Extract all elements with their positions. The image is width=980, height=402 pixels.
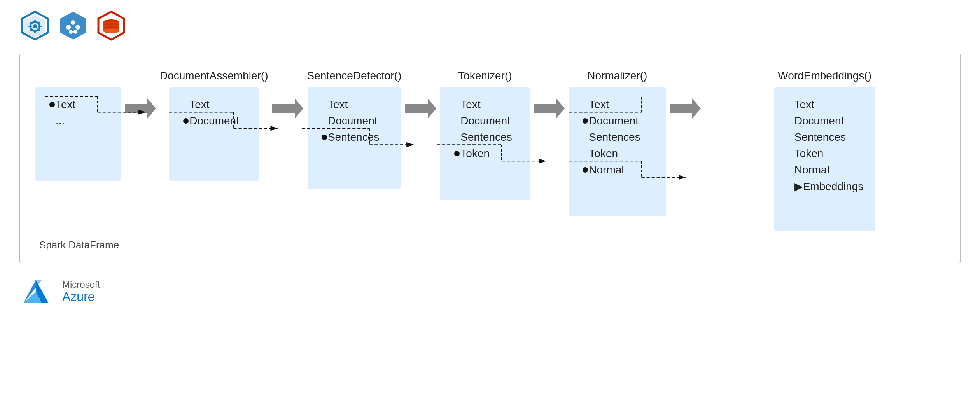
- arrow-5: [666, 70, 705, 119]
- field-ellipsis-0: ...: [49, 115, 107, 127]
- field-text-5: Text: [788, 98, 861, 111]
- svg-marker-28: [405, 98, 436, 119]
- svg-marker-27: [272, 98, 303, 119]
- stage-word-embeddings: WordEmbeddings() Text Document Sentences…: [705, 70, 945, 231]
- field-normal-5: Normal: [788, 164, 861, 176]
- dot-normal-4: [583, 167, 588, 173]
- stage-label-word-embeddings: WordEmbeddings(): [778, 70, 872, 82]
- field-document-3: Document: [454, 115, 516, 127]
- field-normal-4: Normal: [583, 164, 652, 176]
- stage-normalizer: Normalizer() Text Document Sentences Tok…: [569, 70, 666, 216]
- svg-line-8: [31, 22, 32, 23]
- stage-label-sentence-detector: SentenceDetector(): [307, 70, 402, 82]
- stage-sentence-detector: SentenceDetector() Text Document Sentenc…: [307, 70, 402, 189]
- azure-label: Azure: [62, 290, 100, 304]
- field-document-4: Document: [583, 115, 652, 127]
- spark-ml-logo: [19, 11, 51, 42]
- field-text-0: Text: [49, 98, 107, 111]
- field-sentences-3: Sentences: [454, 131, 516, 143]
- diagram-container: placeholder Text ... DocumentAssembler(): [19, 54, 961, 263]
- footer-area: Microsoft Azure: [0, 267, 980, 316]
- field-document-2: Document: [322, 115, 387, 127]
- spark-logo: [58, 11, 89, 42]
- field-sentences-4: Sentences: [583, 131, 652, 143]
- dataframe-tokenizer: Text Document Sentences Token: [440, 87, 530, 200]
- stage-label-tokenizer: Tokenizer(): [458, 70, 512, 82]
- svg-marker-12: [60, 12, 86, 40]
- arrow-1: [121, 70, 160, 119]
- svg-marker-26: [125, 98, 156, 119]
- field-token-3: Token: [454, 147, 516, 160]
- svg-marker-30: [670, 98, 701, 119]
- field-token-5: Token: [788, 147, 861, 160]
- stage-label-normalizer: Normalizer(): [587, 70, 647, 82]
- svg-point-13: [71, 20, 75, 25]
- svg-point-3: [33, 24, 37, 28]
- svg-point-14: [66, 25, 71, 30]
- arrow-4: [530, 70, 569, 119]
- field-text-1: Text: [183, 98, 245, 111]
- field-sentences-2: Sentences: [322, 131, 387, 143]
- dot-token-3: [454, 151, 460, 156]
- dataframe-word-embeddings: Text Document Sentences Token Normal ▶Em…: [774, 87, 875, 231]
- redis-logo: [96, 11, 127, 42]
- svg-point-25: [103, 29, 119, 33]
- stage-document-assembler: DocumentAssembler() Text Document: [160, 70, 268, 181]
- dot-sentences-2: [322, 135, 327, 140]
- header-logos: [0, 0, 980, 50]
- field-sentences-5: Sentences: [788, 131, 861, 143]
- dot-document-1: [183, 118, 189, 124]
- arrow-2: [268, 70, 307, 119]
- stage-input: placeholder Text ...: [35, 70, 121, 181]
- field-text-3: Text: [454, 98, 516, 111]
- svg-point-17: [74, 30, 77, 34]
- spark-dataframe-label: Spark DataFrame: [35, 239, 945, 251]
- field-token-4: Token: [583, 147, 652, 160]
- arrow-3: [401, 70, 440, 119]
- svg-point-15: [75, 25, 80, 30]
- microsoft-label: Microsoft: [62, 279, 100, 290]
- stage-label-document-assembler: DocumentAssembler(): [160, 70, 268, 82]
- field-text-4: Text: [583, 98, 652, 111]
- svg-line-11: [31, 29, 32, 30]
- svg-marker-29: [534, 98, 565, 119]
- field-document-5: Document: [788, 115, 861, 127]
- dataframe-input: Text ...: [35, 87, 121, 181]
- stage-tokenizer: Tokenizer() Text Document Sentences Toke…: [440, 70, 530, 200]
- svg-line-9: [38, 29, 39, 30]
- dataframe-sentence-detector: Text Document Sentences: [308, 87, 401, 189]
- svg-point-16: [69, 30, 73, 34]
- dot-document-4: [583, 118, 588, 124]
- field-text-2: Text: [322, 98, 387, 111]
- azure-logo: [19, 278, 54, 305]
- dataframe-document-assembler: Text Document: [169, 87, 259, 181]
- svg-line-10: [38, 22, 39, 23]
- dataframe-normalizer: Text Document Sentences Token Normal: [569, 87, 666, 216]
- field-embeddings-5: ▶Embeddings: [788, 180, 861, 193]
- field-document-1: Document: [183, 115, 245, 127]
- dot-text-0: [49, 102, 55, 107]
- azure-text-group: Microsoft Azure: [62, 279, 100, 304]
